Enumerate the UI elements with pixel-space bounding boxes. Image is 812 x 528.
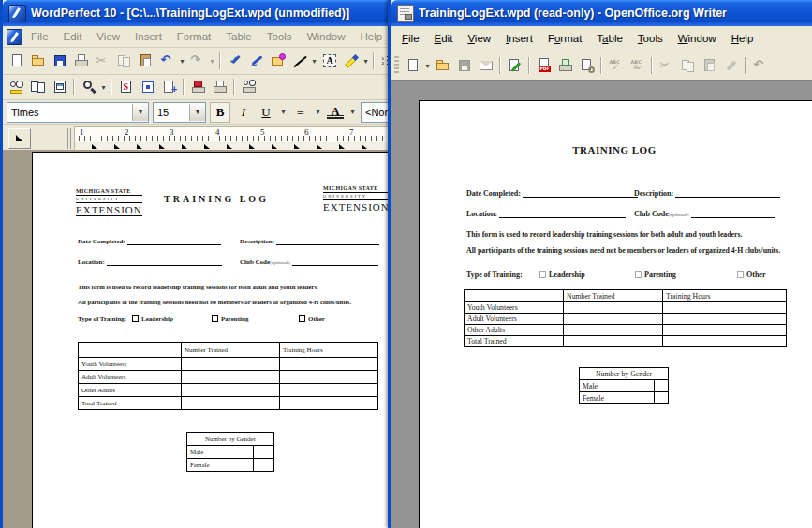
wp-property-bar: Times ▾ 15 ▾ B I U A <None> [3, 100, 396, 125]
print-book-button[interactable] [187, 77, 209, 97]
new-dropdown-caret-icon[interactable] [423, 56, 432, 75]
edit-file-icon [508, 58, 523, 73]
tab-marker-icon[interactable] [362, 144, 367, 149]
tab-marker-icon[interactable] [339, 144, 345, 149]
line-dropdown-caret-icon[interactable] [310, 51, 318, 70]
bold-button[interactable]: B [210, 102, 230, 123]
edit-file-button[interactable] [504, 55, 525, 76]
page-preview-button[interactable] [576, 55, 598, 76]
multi-page-view-button[interactable] [27, 77, 49, 97]
oo-menu-file[interactable]: File [395, 31, 426, 46]
zoom-button[interactable] [78, 77, 99, 97]
tab-marker-icon[interactable] [137, 144, 142, 149]
font-face-caret-icon[interactable]: ▾ [132, 104, 148, 121]
oo-document-page[interactable]: TRAINING LOG Date Completed: Description… [419, 100, 812, 528]
description-blank-line [675, 189, 780, 198]
oo-titlebar[interactable]: TrainingLogExt.wpd (read-only) - OpenOff… [391, 0, 812, 26]
highlighter-icon [344, 53, 359, 68]
checkbox-other-icon [737, 271, 744, 278]
mail-document-button[interactable] [475, 55, 496, 76]
date-blank-line [523, 189, 638, 198]
justification-dropdown-caret-icon[interactable] [314, 103, 322, 122]
ruler-grip-icon[interactable] [67, 128, 71, 149]
undo-button [749, 55, 771, 76]
oo-menu-help[interactable]: Help [725, 31, 760, 46]
spell-book-button[interactable] [115, 77, 137, 97]
tab-type-selector-button[interactable] [8, 128, 31, 149]
tab-marker-icon[interactable] [182, 144, 187, 149]
font-face-combobox[interactable]: Times ▾ [7, 102, 149, 123]
tab-marker-icon[interactable] [114, 144, 120, 149]
horizontal-ruler[interactable]: 1 2 3 4 5 6 7 [74, 126, 391, 153]
draw-line-button[interactable] [288, 51, 310, 71]
signature-pen-button[interactable] [245, 51, 267, 71]
save-button[interactable] [49, 51, 70, 71]
highlighter-button[interactable] [340, 51, 362, 71]
print-button[interactable] [554, 55, 576, 76]
web-view-button[interactable] [49, 77, 70, 97]
wp-menu-file[interactable]: File [24, 29, 55, 44]
wp-menu-window[interactable]: Window [301, 29, 352, 44]
print-preview-icon [242, 80, 257, 95]
oo-menu-view[interactable]: View [461, 31, 497, 46]
text-box-button[interactable] [318, 51, 340, 71]
export-pdf-button[interactable] [533, 55, 554, 76]
wp-titlebar[interactable]: WordPerfect 10 - [C:\...\TrainingLogExt.… [3, 0, 396, 26]
draft-view-button[interactable] [6, 77, 27, 97]
font-color-dropdown-caret-icon[interactable] [348, 103, 357, 122]
wp-menu-format[interactable]: Format [170, 29, 217, 44]
undo-button[interactable] [156, 51, 178, 71]
wp-document-icon[interactable] [7, 29, 22, 45]
underline-dropdown-caret-icon[interactable] [279, 103, 288, 122]
tab-marker-icon[interactable] [272, 144, 277, 149]
oo-menu-table[interactable]: Table [590, 31, 629, 46]
print-preview-button[interactable] [238, 77, 259, 97]
zoom-dropdown-caret-icon[interactable] [99, 78, 108, 96]
wp-menu-edit[interactable]: Edit [57, 29, 89, 44]
training-counts-table: Number TrainedTraining Hours Youth Volun… [78, 342, 378, 410]
wp-menu-help[interactable]: Help [354, 29, 390, 44]
wp-menu-tools[interactable]: Tools [260, 29, 299, 44]
printer-button[interactable] [209, 77, 230, 97]
oo-menu-window[interactable]: Window [672, 31, 723, 46]
open-button[interactable] [27, 51, 49, 71]
oo-menu-edit[interactable]: Edit [428, 31, 460, 46]
tab-marker-icon[interactable] [92, 144, 97, 149]
underline-button[interactable]: U [257, 103, 275, 122]
print-button[interactable] [70, 51, 92, 71]
folder-search-button[interactable] [267, 51, 288, 71]
wp-menu-table[interactable]: Table [219, 29, 258, 44]
paste-button[interactable] [135, 51, 156, 71]
format-paintbrush-icon [724, 58, 739, 73]
toolbar-grip-icon[interactable] [394, 56, 399, 75]
undo-dropdown-caret-icon[interactable] [178, 51, 186, 70]
new-page-button[interactable] [158, 77, 180, 97]
font-face-value: Times [7, 107, 132, 118]
font-size-combobox[interactable]: 15 ▾ [153, 102, 206, 123]
font-color-button[interactable]: A [326, 103, 345, 122]
new-document-button[interactable] [402, 55, 423, 76]
wp-menu-insert[interactable]: Insert [128, 29, 169, 44]
tab-marker-icon[interactable] [249, 144, 255, 149]
format-brush-button[interactable] [224, 51, 245, 71]
open-button[interactable] [432, 55, 453, 76]
oo-menu-tools[interactable]: Tools [631, 31, 670, 46]
oo-menubar: File Edit View Insert Format Table Tools… [391, 26, 812, 51]
oo-menu-format[interactable]: Format [541, 31, 588, 46]
new-document-button[interactable] [6, 51, 27, 71]
justification-button[interactable] [291, 103, 310, 122]
wp-menu-view[interactable]: View [90, 29, 126, 44]
tab-marker-icon[interactable] [317, 144, 322, 149]
option-parenting: Parenting [212, 315, 248, 323]
wp-document-page[interactable]: MICHIGAN STATE UNIVERSITY EXTENSION TRAI… [32, 152, 396, 528]
tab-marker-icon[interactable] [294, 144, 300, 149]
tab-marker-icon[interactable] [227, 144, 232, 149]
fit-page-button[interactable] [137, 77, 158, 97]
printer-icon [213, 80, 228, 95]
italic-button[interactable]: I [234, 103, 253, 122]
highlighter-dropdown-caret-icon[interactable] [362, 51, 370, 70]
tab-marker-icon[interactable] [204, 144, 210, 149]
tab-marker-icon[interactable] [159, 144, 165, 149]
oo-menu-insert[interactable]: Insert [499, 31, 539, 46]
font-size-caret-icon[interactable]: ▾ [189, 104, 205, 121]
